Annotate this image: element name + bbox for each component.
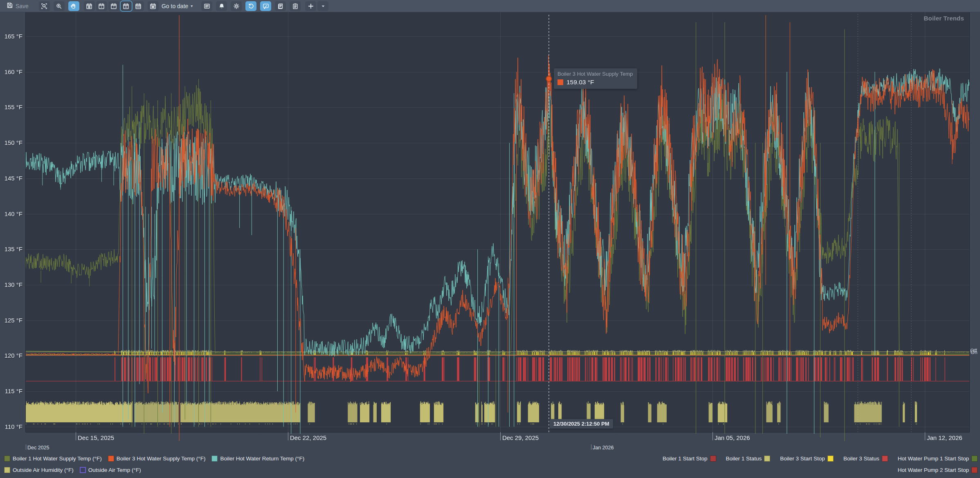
- y-tick-label: 130 °F: [0, 281, 22, 288]
- y-tick-label: 125 °F: [0, 317, 22, 324]
- chart-title: Boiler Trends: [924, 15, 964, 22]
- legend-swatch: [211, 455, 218, 462]
- one-month-button[interactable]: 31: [121, 1, 132, 11]
- legend-label: Boiler 1 Start Stop: [663, 455, 708, 462]
- clipboard-icon: [292, 3, 299, 9]
- bell-icon: [218, 3, 225, 9]
- alarms-button[interactable]: [216, 1, 227, 11]
- settings-button[interactable]: [231, 1, 242, 11]
- legend-label: Boiler 3 Hot Water Supply Temp (°F): [117, 455, 206, 462]
- x-tick-mark: [288, 432, 288, 440]
- zoom-in-icon: [56, 3, 62, 9]
- chart-area: Boiler Trends 165 °F160 °F155 °F150 °F14…: [0, 12, 980, 478]
- legend-label: Boiler 3 Status: [843, 455, 879, 462]
- zoom-in-button[interactable]: [54, 1, 65, 11]
- zoom-select-icon: [41, 3, 47, 9]
- legend-item[interactable]: Boiler 3 Start Stop: [780, 455, 834, 462]
- legend-item[interactable]: Boiler 3 Hot Water Supply Temp (°F): [108, 455, 206, 462]
- book-button[interactable]: [275, 1, 286, 11]
- calendar-icon: 7: [110, 3, 117, 9]
- legend-swatch: [108, 455, 114, 462]
- history-button[interactable]: [245, 1, 256, 11]
- annotation-icon: [263, 3, 269, 9]
- legend-label: Boiler 1 Hot Water Supply Temp (°F): [13, 455, 102, 462]
- legend-item[interactable]: Hot Water Pump 2 Start Stop: [898, 467, 978, 473]
- legend-item[interactable]: Boiler Hot Water Return Temp (°F): [211, 455, 304, 462]
- calendar-icon: 1: [98, 3, 105, 9]
- legend-item[interactable]: Boiler 1 Start Stop: [663, 455, 716, 462]
- x-secondary-tick-label: Jan 2026: [593, 445, 614, 451]
- cursor-time-tooltip: 12/30/2025 2:12:50 PM: [550, 419, 613, 428]
- goto-date-button[interactable]: [148, 1, 159, 11]
- legend-label: Boiler 1 Status: [726, 455, 762, 462]
- legend-label: Boiler 3 Start Stop: [780, 455, 825, 462]
- legend-label: Hot Water Pump 1 Start Stop: [898, 455, 969, 462]
- legend-item[interactable]: Outside Air Temp (°F): [80, 467, 141, 473]
- goto-date-label[interactable]: Go to date▾: [160, 1, 194, 11]
- save-button[interactable]: Save: [4, 1, 31, 11]
- x-tick-mark: [76, 432, 76, 440]
- y-tick-label: 115 °F: [0, 388, 22, 395]
- add-button[interactable]: [305, 1, 316, 11]
- legend-label: Boiler Hot Water Return Temp (°F): [220, 455, 304, 462]
- x-secondary-tick-mark: [591, 444, 591, 450]
- x-tick-label: Jan 12, 2026: [927, 434, 962, 441]
- calendar-goto-icon: [150, 3, 156, 9]
- legend-swatch: [827, 455, 834, 462]
- trend-chart-canvas[interactable]: [0, 12, 980, 441]
- one-year-button[interactable]: 365: [133, 1, 144, 11]
- tooltip-series-name: Boiler 3 Hot Water Supply Temp: [557, 71, 633, 77]
- legend-swatch: [971, 467, 978, 473]
- svg-text:1: 1: [101, 5, 103, 8]
- legend-item[interactable]: Hot Water Pump 1 Start Stop: [898, 455, 978, 462]
- clipboard-button[interactable]: [290, 1, 301, 11]
- calendar-icon: 31: [123, 3, 129, 9]
- legend-swatch: [80, 467, 86, 473]
- x-secondary-tick-label: Dec 2025: [27, 445, 49, 451]
- tooltip-series-swatch: [557, 79, 563, 85]
- legend-swatch: [764, 455, 770, 462]
- legend-swatch: [971, 455, 978, 462]
- x-tick-mark: [925, 432, 925, 440]
- save-label: Save: [16, 3, 29, 9]
- x-tick-mark: [500, 432, 501, 440]
- svg-text:31: 31: [125, 5, 128, 8]
- zoom-select-button[interactable]: [39, 1, 50, 11]
- legend-swatch: [4, 467, 10, 473]
- y-tick-label: 145 °F: [0, 175, 22, 182]
- legend-swatch: [882, 455, 888, 462]
- annotation-button[interactable]: [260, 1, 271, 11]
- legend-item[interactable]: Boiler 3 Status: [843, 455, 888, 462]
- x-tick-label: Dec 15, 2025: [78, 434, 114, 441]
- tooltip-value: 159.03 °F: [566, 79, 594, 86]
- record-list-button[interactable]: [201, 1, 212, 11]
- calendar-icon: 365: [135, 3, 142, 9]
- one-day-button[interactable]: 1: [96, 1, 107, 11]
- x-tick-label: Dec 22, 2025: [290, 434, 326, 441]
- svg-text:365: 365: [136, 5, 141, 8]
- y-tick-label: 110 °F: [0, 423, 22, 430]
- data-tooltip: Boiler 3 Hot Water Supply Temp 159.03 °F: [554, 68, 637, 89]
- legend-item[interactable]: Outside Air Humidity (°F): [4, 467, 74, 473]
- legend-item[interactable]: Boiler 1 Hot Water Supply Temp (°F): [4, 455, 102, 462]
- legend-label: Outside Air Humidity (°F): [13, 467, 74, 473]
- hand-icon: [70, 3, 77, 9]
- x-tick-label: Jan 05, 2026: [715, 434, 750, 441]
- caret-down-icon: [321, 4, 326, 9]
- calendar-clock-icon: [86, 3, 92, 9]
- pan-button[interactable]: [68, 1, 79, 11]
- x-tick-label: Dec 29, 2025: [502, 434, 539, 441]
- today-button[interactable]: [84, 1, 95, 11]
- one-week-button[interactable]: 7: [108, 1, 119, 11]
- y-tick-label: 140 °F: [0, 210, 22, 217]
- caret-down-icon: ▾: [191, 4, 193, 8]
- legend-swatch: [4, 455, 10, 462]
- more-button[interactable]: [317, 1, 328, 11]
- svg-text:7: 7: [113, 5, 115, 8]
- legend-label: Hot Water Pump 2 Start Stop: [898, 467, 969, 473]
- y-tick-label: 160 °F: [0, 68, 22, 75]
- plus-icon: [308, 3, 314, 9]
- legend-item[interactable]: Boiler 1 Status: [726, 455, 771, 462]
- x-secondary-tick-mark: [26, 444, 26, 450]
- y-tick-label: 165 °F: [0, 33, 22, 40]
